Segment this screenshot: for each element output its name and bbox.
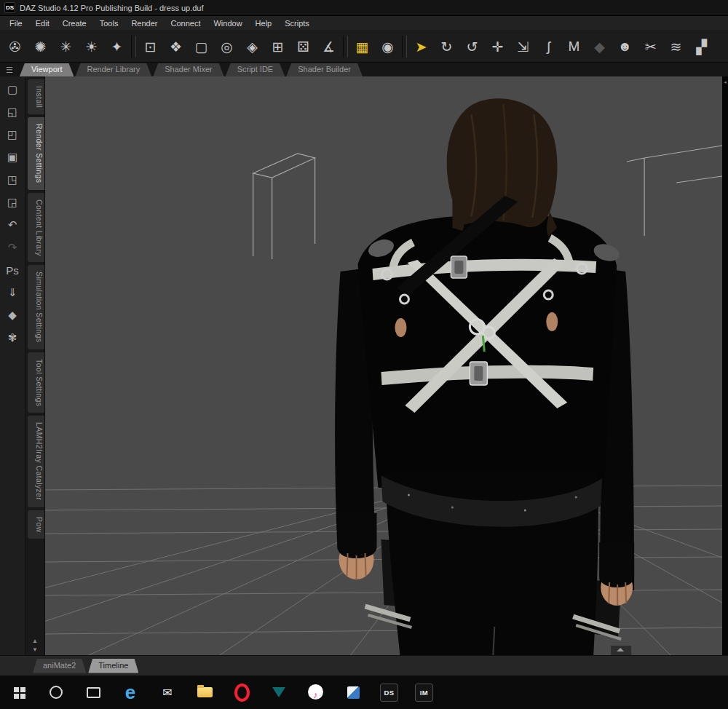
side-tab-pow[interactable]: Pow	[28, 510, 44, 539]
group-node-icon[interactable]: ◈	[240, 33, 265, 60]
new-file-icon[interactable]: ▢	[0, 81, 25, 98]
rotate-tool-icon[interactable]: ↻	[434, 33, 459, 60]
new-spotlight-icon[interactable]: ✺	[28, 33, 53, 60]
pane-options-icon[interactable]: ☰	[6, 66, 13, 75]
menu-file[interactable]: File	[3, 17, 29, 29]
menu-create[interactable]: Create	[56, 17, 93, 29]
new-point-light-icon[interactable]: ✳	[53, 33, 79, 60]
menu-connect[interactable]: Connect	[165, 17, 207, 29]
scroll-down-icon[interactable]: ▼	[32, 646, 38, 653]
save-last-icon[interactable]: ◳	[0, 171, 25, 189]
predator-app-icon[interactable]	[269, 681, 289, 704]
bottom-tab-bar: aniMate2Timeline	[0, 655, 728, 676]
dock-handle-icon[interactable]: ◂	[724, 79, 727, 85]
node-selection-tool-icon[interactable]: ➤	[408, 33, 434, 60]
menu-window[interactable]: Window	[207, 17, 248, 29]
geometry-editor-tool-icon[interactable]: ✂	[638, 33, 663, 60]
node-weight-brush-icon[interactable]: ◆	[587, 33, 612, 60]
menu-edit[interactable]: Edit	[29, 17, 56, 29]
side-tab-simulation-settings[interactable]: Simulation Settings	[28, 265, 44, 349]
window-title: DAZ Studio 4.12 Pro Publishing Build - d…	[20, 4, 204, 12]
aim-at-icon[interactable]: ◎	[214, 33, 240, 60]
tab-script-ide[interactable]: Script IDE	[226, 63, 285, 76]
windows-taskbar: e✉♪DSIM	[0, 676, 728, 709]
side-tab-tool-settings[interactable]: Tool Settings	[28, 352, 44, 413]
new-primitive-icon[interactable]: ❖	[163, 33, 189, 60]
menu-render[interactable]: Render	[124, 17, 164, 29]
side-tab-scroll: ▲ ▼	[25, 635, 44, 655]
translate-tool-icon[interactable]: ✛	[485, 33, 510, 60]
tool-icon[interactable]	[343, 36, 348, 58]
bottom-tab-group: aniMate2Timeline	[33, 659, 138, 673]
tool-icon[interactable]	[131, 36, 136, 58]
menu-tools[interactable]: Tools	[93, 17, 125, 29]
new-linear-light-icon[interactable]: ✦	[104, 33, 130, 60]
file-toolbar: ▢◱◰▣◳◲↶↷Ps⇓◆✾	[0, 76, 25, 655]
side-tab-lamh2iray-catalyzer[interactable]: LAMH2Iray Catalyzer	[28, 416, 44, 507]
twist-tool-icon[interactable]: ↺	[459, 33, 485, 60]
render-queue-icon[interactable]: ⇓	[0, 284, 25, 301]
viewport-corner-widget	[611, 646, 631, 655]
itunes-icon[interactable]: ♪	[306, 681, 326, 704]
transfer-utility-icon[interactable]: ▞	[689, 33, 714, 60]
export-icon[interactable]: ◲	[0, 194, 25, 211]
tab-animate2[interactable]: aniMate2	[33, 659, 86, 673]
app-logo-icon: DS	[4, 2, 15, 13]
pane-tab-bar: ☰ ViewportRender LibraryShader MixerScri…	[0, 63, 728, 76]
scroll-up-icon[interactable]: ▲	[32, 638, 38, 644]
instance-node-icon[interactable]: ⚄	[290, 33, 316, 60]
open-file-icon[interactable]: ◱	[0, 103, 25, 121]
opera-icon[interactable]	[232, 681, 252, 704]
scene-3d	[45, 76, 722, 655]
menu-help[interactable]: Help	[249, 17, 279, 29]
smart-content-icon[interactable]: ◆	[0, 306, 25, 324]
joint-editor-tool-icon[interactable]: ☻	[612, 33, 638, 60]
title-bar: DS DAZ Studio 4.12 Pro Publishing Build …	[0, 0, 728, 16]
blue-cube-app-icon[interactable]	[343, 681, 363, 704]
photoshop-bridge-icon[interactable]: Ps	[0, 261, 25, 279]
edge-icon[interactable]: e	[120, 681, 141, 704]
main-area: ▢◱◰▣◳◲↶↷Ps⇓◆✾ InstallRender SettingsCont…	[0, 76, 728, 655]
active-pose-tool-icon[interactable]: ʃ	[536, 33, 561, 60]
cortana-button[interactable]	[46, 681, 66, 704]
scale-tool-icon[interactable]: ⇲	[510, 33, 536, 60]
doc-tab-group: ViewportRender LibraryShader MixerScript…	[20, 63, 363, 76]
redo-icon[interactable]: ↷	[0, 239, 25, 256]
tab-shader-mixer[interactable]: Shader Mixer	[153, 63, 223, 76]
hair-tool-icon[interactable]: ≋	[663, 33, 689, 60]
measure-metrics-icon[interactable]: ∡	[316, 33, 341, 60]
side-tab-render-settings[interactable]: Render Settings	[28, 117, 44, 189]
start-button[interactable]	[9, 681, 29, 704]
bounding-box-icon[interactable]: ▢	[189, 33, 214, 60]
tab-viewport[interactable]: Viewport	[20, 63, 74, 76]
render-icon[interactable]: ▦	[349, 33, 375, 60]
tab-render-library[interactable]: Render Library	[75, 63, 151, 76]
side-tab-install[interactable]: Install	[28, 79, 44, 114]
right-dock-strip[interactable]: ◂	[722, 76, 728, 655]
save-icon[interactable]: ▣	[0, 148, 25, 166]
tab-timeline[interactable]: Timeline	[88, 659, 138, 673]
create-node-icon[interactable]: ⊞	[265, 33, 290, 60]
install-manager-icon[interactable]: IM	[415, 684, 433, 702]
tab-shader-builder[interactable]: Shader Builder	[286, 63, 363, 76]
file-explorer-icon[interactable]	[194, 681, 215, 704]
merge-file-icon[interactable]: ◰	[0, 126, 25, 143]
aux-viewport-icon[interactable]: ◉	[375, 33, 400, 60]
surface-selection-tool-icon[interactable]: M	[561, 33, 587, 60]
tool-icon[interactable]	[402, 36, 407, 58]
daz-studio-icon[interactable]: DS	[380, 684, 398, 702]
mail-icon[interactable]: ✉	[157, 681, 178, 704]
side-tab-content-library[interactable]: Content Library	[28, 193, 44, 263]
new-camera-icon[interactable]: ✇	[2, 33, 28, 60]
viewport-3d[interactable]	[45, 76, 722, 655]
new-distant-light-icon[interactable]: ☀	[79, 33, 104, 60]
frame-camera-icon[interactable]: ⊡	[138, 33, 163, 60]
menu-bar: FileEditCreateToolsRenderConnectWindowHe…	[0, 16, 728, 31]
side-dock: InstallRender SettingsContent LibrarySim…	[25, 76, 45, 655]
figure-setup-icon[interactable]: ✾	[0, 329, 25, 346]
undo-icon[interactable]: ↶	[0, 216, 25, 234]
task-view-button[interactable]	[83, 681, 103, 704]
main-toolbar: ✇✺✳☀✦⊡❖▢◎◈⊞⚄∡▦◉➤↻↺✛⇲ʃM◆☻✂≋▞	[0, 31, 728, 63]
side-tab-strip: InstallRender SettingsContent LibrarySim…	[25, 76, 44, 635]
menu-scripts[interactable]: Scripts	[278, 17, 316, 29]
